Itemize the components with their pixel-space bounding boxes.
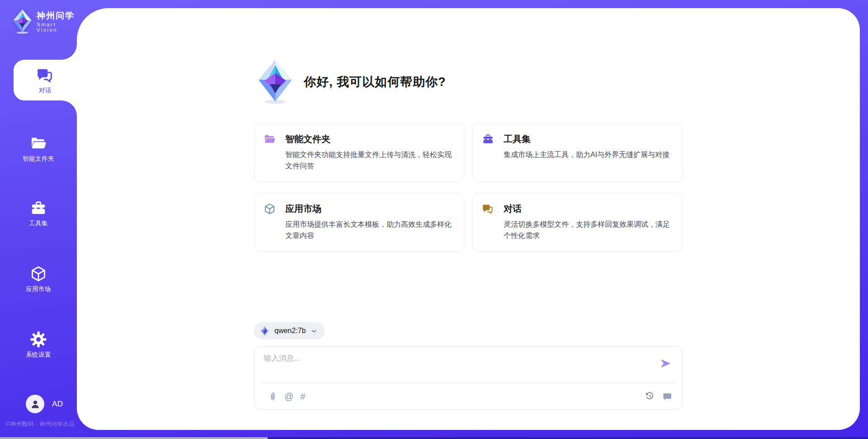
sidebar-item-label: 对话 [39, 86, 52, 95]
cube-icon [30, 265, 47, 282]
sidebar-item-chat[interactable]: 对话 [14, 60, 77, 100]
user-account[interactable]: AD [26, 395, 63, 413]
sidebar: 神州问学 Smart Vision 对话 智能文件夹 工具集 应用市场 系统设置… [0, 0, 77, 439]
greeting-block: 你好, 我可以如何帮助你? [254, 59, 683, 105]
copyright-text: ©神州数码 · 神州问学出品 [6, 420, 75, 428]
brand-gem-icon [13, 9, 32, 34]
avatar [26, 395, 44, 413]
at-icon[interactable]: @ [284, 392, 293, 401]
card-chat[interactable]: 对话 灵活切换多模型文件，支持多样回复效果调试，满足个性化需求 [472, 193, 683, 252]
sidebar-item-smart-folder[interactable]: 智能文件夹 [0, 135, 77, 163]
chat-icon [482, 203, 494, 215]
person-icon [29, 398, 41, 410]
brand-subtitle: Smart Vision [37, 22, 77, 33]
brand-gem-icon [260, 325, 269, 337]
greeting-title: 你好, 我可以如何帮助你? [304, 74, 446, 90]
model-selector[interactable]: qwen2:7b [254, 322, 325, 339]
scrollbar-thumb[interactable] [0, 437, 268, 439]
sidebar-item-label: 工具集 [29, 220, 48, 228]
card-title: 对话 [504, 203, 522, 215]
history-icon[interactable] [645, 391, 655, 401]
sidebar-item-label: 应用市场 [26, 285, 51, 293]
send-icon[interactable] [659, 357, 672, 370]
card-description: 智能文件夹功能支持批量文件上传与清洗，轻松实现文件问答 [285, 149, 453, 172]
paperclip-icon[interactable] [268, 391, 278, 401]
user-name: AD [52, 400, 63, 409]
message-input[interactable] [264, 353, 651, 381]
folder-icon [30, 135, 47, 152]
message-composer: @ # [254, 346, 683, 410]
card-smart-folder[interactable]: 智能文件夹 智能文件夹功能支持批量文件上传与清洗，轻松实现文件问答 [254, 123, 464, 182]
sidebar-item-label: 智能文件夹 [23, 155, 54, 163]
brand-gem-icon [258, 59, 293, 105]
toolbox-icon [482, 133, 494, 145]
sidebar-item-app-market[interactable]: 应用市场 [0, 265, 77, 293]
card-title: 应用市场 [285, 203, 321, 215]
cube-icon [264, 203, 276, 215]
main-panel: 你好, 我可以如何帮助你? 智能文件夹 智能文件夹功能支持批量文件上传与清洗，轻… [77, 8, 860, 430]
card-description: 灵活切换多模型文件，支持多样回复效果调试，满足个性化需求 [504, 219, 671, 241]
folder-icon [264, 133, 276, 145]
card-toolset[interactable]: 工具集 集成市场上主流工具，助力AI与外界无缝扩展与对接 [472, 123, 683, 182]
sidebar-item-label: 系统设置 [26, 351, 51, 359]
brand-logo: 神州问学 Smart Vision [13, 9, 77, 34]
chat-icon [36, 66, 54, 84]
hash-icon[interactable]: # [300, 392, 305, 401]
chevron-down-icon [311, 328, 317, 334]
card-description: 集成市场上主流工具，助力AI与外界无缝扩展与对接 [504, 149, 671, 160]
toolbox-icon [30, 200, 47, 217]
gear-icon [30, 331, 47, 348]
card-app-market[interactable]: 应用市场 应用市场提供丰富长文本模板，助力高效生成多样化文章内容 [254, 193, 464, 252]
sidebar-item-toolset[interactable]: 工具集 [0, 200, 77, 228]
horizontal-scrollbar[interactable] [0, 437, 868, 439]
model-name: qwen2:7b [274, 327, 306, 335]
chat-square-icon[interactable] [662, 391, 672, 401]
sidebar-item-settings[interactable]: 系统设置 [0, 331, 77, 359]
card-title: 智能文件夹 [285, 133, 330, 145]
card-title: 工具集 [504, 133, 531, 145]
card-description: 应用市场提供丰富长文本模板，助力高效生成多样化文章内容 [285, 219, 453, 241]
brand-name: 神州问学 [37, 11, 77, 21]
feature-cards: 智能文件夹 智能文件夹功能支持批量文件上传与清洗，轻松实现文件问答 工具集 集成… [254, 123, 683, 252]
